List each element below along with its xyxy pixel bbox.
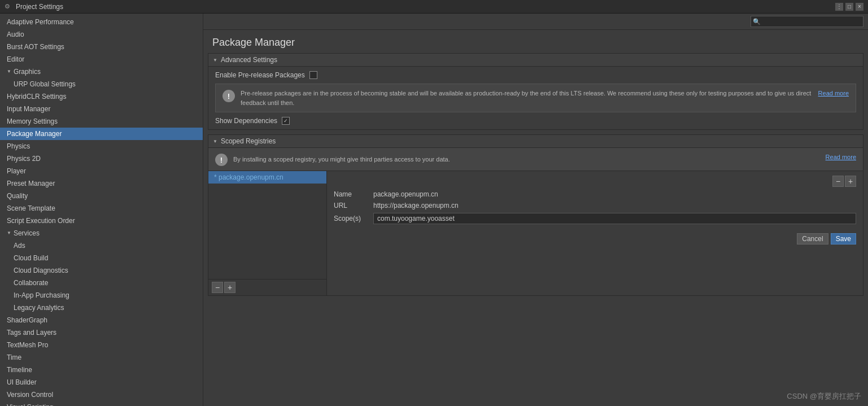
show-dependencies-row: Show Dependencies ✓ — [215, 117, 856, 125]
sidebar-item-label-script-execution: Script Execution Order — [7, 217, 75, 225]
sidebar-item-shadergraph[interactable]: ShaderGraph — [0, 314, 203, 326]
scoped-registries-section: ▼ Scoped Registries ! By installing a sc… — [208, 134, 863, 296]
scopes-label: Scope(s) — [334, 215, 373, 222]
registry-add-button[interactable]: + — [224, 282, 235, 293]
sidebar-item-label-in-app-purchasing: In-App Purchasing — [14, 291, 69, 299]
sidebar-item-in-app-purchasing[interactable]: In-App Purchasing — [0, 289, 203, 302]
advanced-settings-header[interactable]: ▼ Advanced Settings — [208, 54, 863, 67]
registry-list-item[interactable]: * package.openupm.cn — [208, 171, 326, 184]
window-close-button[interactable]: × — [856, 3, 863, 11]
info-icon: ! — [223, 90, 235, 102]
sidebar-item-label-input-manager: Input Manager — [7, 105, 50, 113]
save-button[interactable]: Save — [831, 233, 856, 245]
scopes-input[interactable] — [373, 213, 856, 224]
sidebar-item-label-scene-template: Scene Template — [7, 204, 55, 212]
sidebar-item-timeline[interactable]: Timeline — [0, 364, 203, 376]
scoped-warning-text: By installing a scoped registry, you mig… — [233, 156, 820, 163]
sidebar-item-ads[interactable]: Ads — [0, 239, 203, 252]
window-maximize-button[interactable]: □ — [845, 3, 853, 11]
sidebar-item-audio[interactable]: Audio — [0, 28, 203, 41]
url-value: https://package.openupm.cn — [373, 202, 856, 209]
sidebar-item-quality[interactable]: Quality — [0, 190, 203, 202]
advanced-settings-section: ▼ Advanced Settings Enable Pre-release P… — [208, 53, 863, 130]
sidebar-item-memory-settings[interactable]: Memory Settings — [0, 115, 203, 128]
scopes-field-row: Scope(s) — [334, 213, 856, 224]
sidebar-item-package-manager[interactable]: Package Manager — [0, 128, 203, 140]
sidebar-item-scene-template[interactable]: Scene Template — [0, 202, 203, 215]
search-input-wrap: 🔍 — [751, 16, 863, 27]
sidebar-item-visual-scripting[interactable]: Visual Scripting — [0, 401, 203, 406]
search-icon: 🔍 — [753, 18, 761, 25]
window-icon: ⚙ — [5, 3, 12, 11]
sidebar-item-cloud-diagnostics[interactable]: Cloud Diagnostics — [0, 264, 203, 277]
registry-detail-footer: Cancel Save — [334, 229, 856, 245]
detail-add-remove: − + — [334, 176, 856, 187]
sidebar-item-tags-layers[interactable]: Tags and Layers — [0, 326, 203, 339]
sidebar-item-label-urp-global: URP Global Settings — [14, 80, 76, 88]
content-area: 🔍 Package Manager ▼ Advanced Settings En… — [203, 14, 868, 406]
registry-list-column: * package.openupm.cn − + — [208, 171, 327, 295]
sidebar-item-label-timeline: Timeline — [7, 366, 32, 374]
sidebar-item-cloud-build[interactable]: Cloud Build — [0, 252, 203, 264]
sidebar-item-ui-builder[interactable]: UI Builder — [0, 376, 203, 388]
cancel-button[interactable]: Cancel — [797, 233, 828, 245]
sidebar-item-collaborate[interactable]: Collaborate — [0, 277, 203, 289]
group-arrow-services: ▼ — [7, 228, 11, 238]
window-menu-button[interactable]: ⋮ — [835, 3, 843, 11]
advanced-settings-label: Advanced Settings — [221, 56, 277, 64]
sidebar-item-services[interactable]: ▼Services — [0, 227, 203, 239]
sidebar-item-physics-2d[interactable]: Physics 2D — [0, 152, 203, 165]
sidebar-item-label-version-control: Version Control — [7, 391, 53, 399]
prerelease-info-text: Pre-release packages are in the process … — [241, 89, 813, 107]
title-bar: ⚙ Project Settings ⋮ □ × — [0, 0, 868, 14]
scoped-registries-header[interactable]: ▼ Scoped Registries — [208, 135, 863, 148]
sidebar-item-version-control[interactable]: Version Control — [0, 388, 203, 401]
sidebar-item-script-execution[interactable]: Script Execution Order — [0, 215, 203, 227]
scoped-read-more[interactable]: Read more — [826, 154, 856, 160]
sidebar-item-label-graphics: Graphics — [14, 67, 41, 77]
sidebar-item-label-services: Services — [14, 228, 40, 238]
name-field-row: Name package.openupm.cn — [334, 190, 856, 198]
enable-prerelease-checkbox[interactable] — [309, 71, 317, 79]
advanced-settings-body: Enable Pre-release Packages ! Pre-releas… — [208, 67, 863, 129]
registry-remove-button[interactable]: − — [212, 282, 223, 293]
sidebar-item-label-editor: Editor — [7, 55, 24, 63]
sidebar-item-label-physics-2d: Physics 2D — [7, 155, 41, 163]
advanced-settings-arrow: ▼ — [213, 58, 217, 63]
sidebar-item-label-tags-layers: Tags and Layers — [7, 329, 56, 337]
sidebar-item-burst-aot[interactable]: Burst AOT Settings — [0, 41, 203, 53]
sidebar-item-urp-global[interactable]: URP Global Settings — [0, 78, 203, 90]
sidebar-item-preset-manager[interactable]: Preset Manager — [0, 177, 203, 190]
sidebar-item-player[interactable]: Player — [0, 165, 203, 177]
sidebar-item-editor[interactable]: Editor — [0, 53, 203, 66]
sidebar-item-label-textmesh-pro: TextMesh Pro — [7, 341, 48, 349]
sidebar-item-label-visual-scripting: Visual Scripting — [7, 403, 54, 406]
search-input[interactable] — [751, 16, 863, 27]
sidebar-item-hybridclr[interactable]: HybridCLR Settings — [0, 90, 203, 103]
sidebar-item-legacy-analytics[interactable]: Legacy Analytics — [0, 302, 203, 314]
sidebar-item-label-ads: Ads — [14, 242, 25, 250]
name-label: Name — [334, 190, 373, 198]
search-bar-row: 🔍 — [203, 14, 868, 30]
sidebar-item-label-shadergraph: ShaderGraph — [7, 316, 47, 324]
sidebar-item-adaptive-performance[interactable]: Adaptive Performance — [0, 16, 203, 28]
name-value: package.openupm.cn — [373, 190, 856, 198]
show-dependencies-checkbox[interactable]: ✓ — [282, 117, 290, 125]
sidebar-item-time[interactable]: Time — [0, 351, 203, 364]
registry-list: * package.openupm.cn — [208, 171, 327, 184]
sidebar-item-physics[interactable]: Physics — [0, 140, 203, 152]
sidebar-item-textmesh-pro[interactable]: TextMesh Pro — [0, 339, 203, 351]
sidebar-item-label-legacy-analytics: Legacy Analytics — [14, 304, 64, 312]
sidebar-item-graphics[interactable]: ▼Graphics — [0, 66, 203, 78]
sidebar-item-label-player: Player — [7, 167, 26, 175]
prerelease-info-box: ! Pre-release packages are in the proces… — [215, 84, 856, 112]
prerelease-read-more[interactable]: Read more — [818, 90, 849, 97]
sidebar-item-label-adaptive-performance: Adaptive Performance — [7, 18, 74, 26]
sidebar-item-label-memory-settings: Memory Settings — [7, 117, 58, 125]
scoped-warning-icon: ! — [215, 154, 228, 166]
sidebar-item-input-manager[interactable]: Input Manager — [0, 103, 203, 115]
scoped-registries-arrow: ▼ — [213, 139, 217, 144]
scope-remove-button[interactable]: − — [832, 176, 844, 187]
scope-add-button[interactable]: + — [845, 176, 856, 187]
enable-prerelease-label: Enable Pre-release Packages — [215, 71, 305, 79]
